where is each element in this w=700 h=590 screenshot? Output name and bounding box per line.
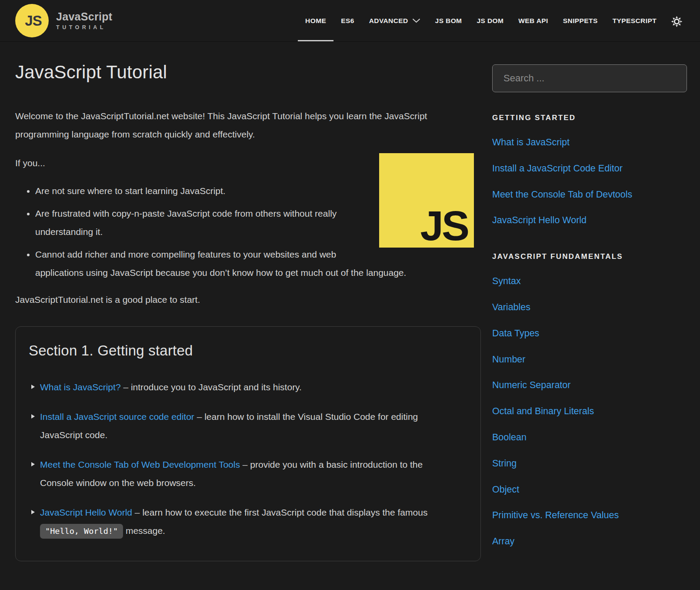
sidebar-link-string[interactable]: String [492, 458, 687, 469]
sidebar-link-numeric-separator[interactable]: Numeric Separator [492, 380, 687, 391]
section-1-title: Section 1. Getting started [29, 342, 454, 359]
section-link-what-is-javascript[interactable]: What is JavaScript? [40, 382, 121, 392]
sidebar-link-number[interactable]: Number [492, 354, 687, 365]
section-item-desc: – introduce you to JavaScript and its hi… [121, 382, 302, 392]
nav-advanced[interactable]: ADVANCED [362, 0, 428, 41]
sun-gear-icon [671, 16, 683, 27]
content-area: JavaScript Tutorial Welcome to the JavaS… [0, 42, 700, 561]
sidebar-link-syntax[interactable]: Syntax [492, 276, 687, 287]
js-logo-image: JS [379, 153, 474, 248]
sidebar-link-javascript-hello-world[interactable]: JavaScript Hello World [492, 215, 687, 226]
section-item: What is JavaScript? – introduce you to J… [29, 378, 454, 396]
section-item: JavaScript Hello World – learn how to ex… [29, 503, 454, 540]
search-input[interactable] [492, 64, 687, 92]
nav-typescript[interactable]: TYPESCRIPT [605, 0, 664, 41]
theme-settings-button[interactable] [664, 0, 683, 41]
main-column: JavaScript Tutorial Welcome to the JavaS… [15, 42, 481, 561]
sidebar: GETTING STARTED What is JavaScript Insta… [492, 42, 687, 561]
nav-snippets[interactable]: SNIPPETS [556, 0, 605, 41]
section-link-console-tab[interactable]: Meet the Console Tab of Web Development … [40, 459, 240, 469]
logo-title: JavaScript [56, 11, 112, 23]
main-nav: HOME ES6 ADVANCED JS BOM JS DOM WEB API … [298, 0, 683, 41]
page: JS JavaScript TUTORIAL HOME ES6 ADVANCED… [0, 0, 700, 590]
sidebar-link-object[interactable]: Object [492, 484, 687, 496]
logo-js-letters: JS [25, 13, 41, 29]
sidebar-link-boolean[interactable]: Boolean [492, 432, 687, 443]
logo-text: JavaScript TUTORIAL [56, 11, 112, 31]
hello-world-code-chip: "Hello, World!" [40, 524, 123, 539]
sidebar-link-primitive-vs-reference-values[interactable]: Primitive vs. Reference Values [492, 510, 687, 521]
sidebar-link-array[interactable]: Array [492, 536, 687, 547]
logo-subtitle: TUTORIAL [56, 24, 112, 30]
section-item-desc: – learn how to execute the first JavaScr… [132, 507, 427, 517]
section-item-desc: message. [123, 526, 165, 536]
sidebar-link-what-is-javascript[interactable]: What is JavaScript [492, 137, 687, 148]
nav-js-bom[interactable]: JS BOM [428, 0, 470, 41]
section-item: Meet the Console Tab of Web Development … [29, 456, 454, 492]
sidebar-link-install-a-javascript-code-editor[interactable]: Install a JavaScript Code Editor [492, 163, 687, 174]
sidebar-link-octal-and-binary-literals[interactable]: Octal and Binary Literals [492, 406, 687, 417]
nav-home[interactable]: HOME [298, 0, 333, 41]
section-1-box: Section 1. Getting started What is JavaS… [15, 326, 481, 561]
section-link-hello-world[interactable]: JavaScript Hello World [40, 507, 132, 517]
pain-point-item: Cannot add richer and more compelling fe… [35, 245, 481, 282]
sidebar-link-meet-the-console-tab-of-devtools[interactable]: Meet the Console Tab of Devtools [492, 189, 687, 201]
section-link-install-editor[interactable]: Install a JavaScript source code editor [40, 412, 194, 422]
chevron-down-icon [412, 17, 420, 25]
section-item: Install a JavaScript source code editor … [29, 408, 454, 444]
sidebar-link-data-types[interactable]: Data Types [492, 328, 687, 339]
site-logo[interactable]: JS JavaScript TUTORIAL [15, 0, 112, 41]
sidebar-heading-javascript-fundamentals: JAVASCRIPT FUNDAMENTALS [492, 252, 687, 261]
nav-js-dom[interactable]: JS DOM [469, 0, 511, 41]
good-place-paragraph: JavaScriptTutorial.net is a good place t… [15, 291, 481, 309]
nav-es6[interactable]: ES6 [333, 0, 362, 41]
nav-web-api[interactable]: WEB API [511, 0, 556, 41]
nav-advanced-label: ADVANCED [369, 17, 408, 25]
site-header: JS JavaScript TUTORIAL HOME ES6 ADVANCED… [0, 0, 700, 42]
intro-paragraph: Welcome to the JavaScriptTutorial.net we… [15, 107, 481, 144]
js-logo-letters: JS [420, 205, 468, 247]
page-title: JavaScript Tutorial [15, 62, 481, 83]
sidebar-heading-getting-started: GETTING STARTED [492, 114, 687, 122]
sidebar-link-variables[interactable]: Variables [492, 302, 687, 313]
logo-js-badge-icon: JS [15, 4, 49, 37]
